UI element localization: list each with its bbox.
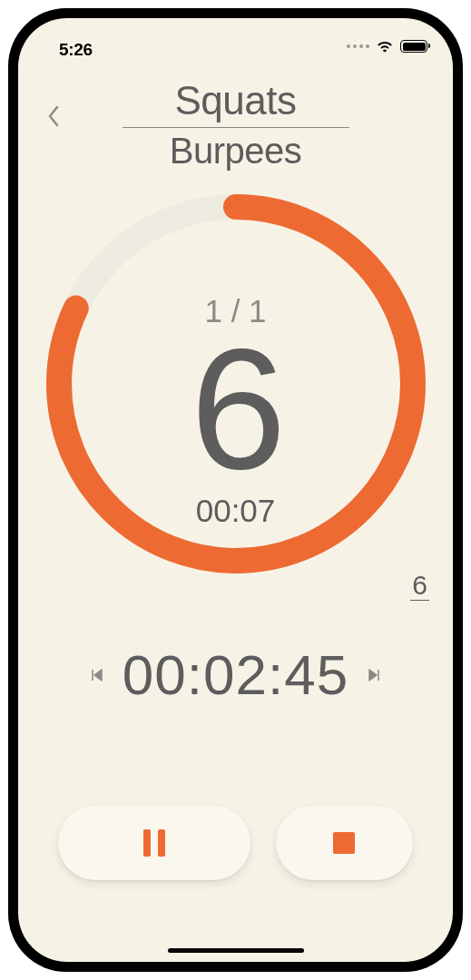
stop-button[interactable]	[276, 806, 413, 880]
countdown-number: 6	[100, 322, 372, 495]
exercise-titles: Squats Burpees	[18, 78, 453, 172]
elapsed-row: 00:02:45	[18, 642, 453, 707]
pause-icon	[143, 829, 165, 857]
skip-previous-icon	[89, 667, 105, 683]
next-interval-button[interactable]	[361, 662, 387, 688]
app-screen: 5:26 Squats Burpees	[18, 18, 453, 962]
skip-next-icon	[366, 667, 382, 683]
status-bar: 5:26	[18, 18, 453, 71]
status-indicators	[347, 40, 427, 53]
device-frame: 5:26 Squats Burpees	[8, 8, 463, 972]
status-time: 5:26	[59, 40, 93, 60]
stop-icon	[333, 832, 355, 854]
next-exercise-label: Burpees	[18, 131, 453, 172]
side-counter[interactable]: 6	[410, 570, 429, 601]
ring-content: 1 / 1 6 00:07	[100, 293, 372, 529]
total-elapsed-time: 00:02:45	[123, 642, 348, 707]
title-divider	[123, 127, 349, 128]
cellular-icon	[347, 44, 369, 48]
wifi-icon	[376, 40, 394, 53]
battery-icon	[400, 40, 427, 53]
pause-button[interactable]	[58, 806, 250, 880]
control-buttons	[58, 806, 413, 880]
current-exercise-label: Squats	[18, 78, 453, 123]
previous-interval-button[interactable]	[84, 662, 110, 688]
interval-time-label: 00:07	[100, 493, 372, 529]
home-indicator[interactable]	[168, 948, 304, 953]
progress-ring-area: 1 / 1 6 00:07	[18, 189, 453, 633]
